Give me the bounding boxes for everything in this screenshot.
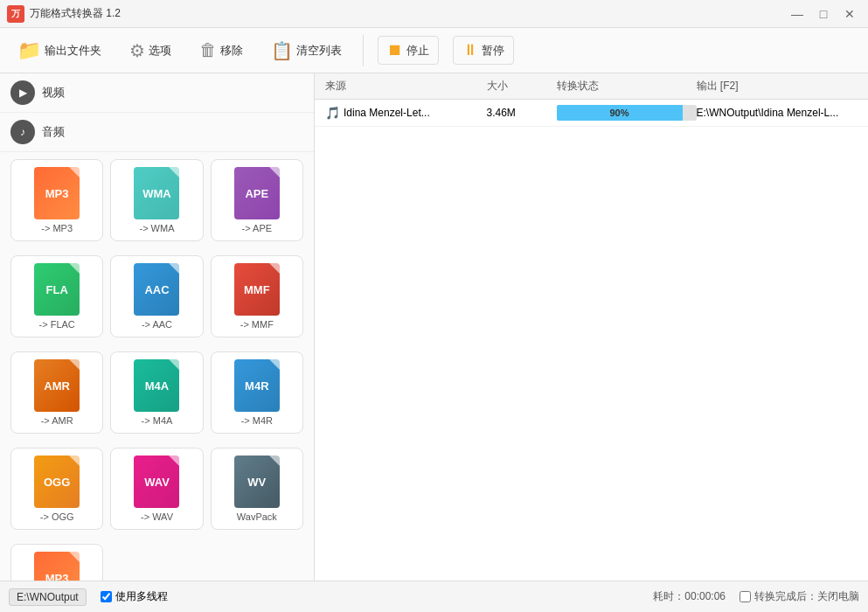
format-mp3[interactable]: MP3 -> MP3 — [10, 159, 103, 241]
mmf-icon: MMF — [234, 263, 280, 316]
file-source-cell: 🎵 Idina Menzel-Let... — [325, 106, 487, 120]
multithread-input[interactable] — [101, 591, 112, 602]
clear-list-button[interactable]: 📋 清空列表 — [264, 37, 349, 65]
maximize-button[interactable]: □ — [812, 4, 835, 24]
col-output: 输出 [F2] — [697, 79, 858, 94]
ape-label: -> APE — [242, 223, 273, 233]
progress-bar-fill: 90% — [557, 105, 683, 121]
options-button[interactable]: ⚙ 选项 — [122, 37, 178, 65]
toolbar-divider — [363, 35, 364, 66]
multithread-checkbox[interactable]: 使用多线程 — [101, 589, 168, 604]
output-folder-label: 输出文件夹 — [45, 43, 101, 59]
format-ape[interactable]: APE -> APE — [211, 159, 303, 241]
format-grid-row4: OGG -> OGG WAV -> WAV WV WavPack — [0, 441, 314, 537]
m4r-label: -> M4R — [241, 415, 273, 426]
pause-icon: ⏸ — [462, 41, 478, 59]
format-m4r[interactable]: M4R -> M4R — [211, 351, 303, 434]
format-aac[interactable]: AAC -> AAC — [110, 255, 203, 337]
mp3-label: -> MP3 — [41, 223, 73, 233]
wma-icon: WMA — [134, 167, 179, 219]
clear-list-label: 清空列表 — [296, 43, 342, 59]
audio-icon: ♪ — [10, 120, 35, 144]
trash-icon: 🗑 — [199, 40, 217, 60]
amr-label: -> AMR — [41, 415, 73, 426]
music-file-icon: 🎵 — [325, 106, 340, 120]
titlebar: 万 万能格式转换器 1.2 — □ ✕ — [0, 0, 868, 28]
sidebar-item-audio[interactable]: ♪ 音频 — [0, 113, 314, 152]
table-row[interactable]: 🎵 Idina Menzel-Let... 3.46M 90% E:\WNOut… — [315, 100, 868, 127]
format-wma[interactable]: WMA -> WMA — [110, 159, 203, 241]
amr-icon: AMR — [34, 359, 80, 412]
format-grid-row1: MP3 -> MP3 WMA -> WMA APE -> APE — [0, 152, 314, 248]
toolbar: 📁 输出文件夹 ⚙ 选项 🗑 移除 📋 清空列表 ⏹ 停止 ⏸ 暂停 — [0, 28, 868, 73]
sidebar: ▶ 视频 ♪ 音频 MP3 -> MP3 WMA -> WMA — [0, 73, 315, 581]
m4a-label: -> M4A — [142, 415, 173, 426]
shutdown-input[interactable] — [740, 591, 751, 602]
content-area: 来源 大小 转换状态 输出 [F2] 🎵 Idina Menzel-Let...… — [315, 73, 868, 581]
wav-icon: WAV — [134, 456, 179, 508]
format-grid-row3: AMR -> AMR M4A -> M4A M4R -> M4R — [0, 344, 314, 441]
video-icon: ▶ — [10, 80, 35, 105]
wavpack-label: WavPack — [237, 511, 277, 522]
format-amr[interactable]: AMR -> AMR — [10, 351, 103, 434]
main-layout: ▶ 视频 ♪ 音频 MP3 -> MP3 WMA -> WMA — [0, 73, 868, 581]
format-ogg[interactable]: OGG -> OGG — [10, 448, 103, 530]
col-source: 来源 — [325, 79, 487, 94]
wav-label: -> WAV — [141, 511, 173, 522]
file-size: 3.46M — [487, 107, 557, 119]
audio-label: 音频 — [42, 124, 65, 140]
flac-icon: FLA — [34, 263, 80, 316]
pause-button[interactable]: ⏸ 暂停 — [453, 36, 514, 65]
remove-button[interactable]: 🗑 移除 — [192, 37, 250, 64]
pause-label: 暂停 — [482, 43, 504, 59]
m4a-icon: M4A — [134, 359, 179, 412]
output-path: E:\WNOutput — [9, 588, 87, 606]
aac-icon: AAC — [134, 263, 179, 316]
format-grid-row2: FLA -> FLAC AAC -> AAC MMF -> MMF — [0, 248, 314, 344]
format-mmf[interactable]: MMF -> MMF — [211, 255, 303, 337]
file-output-path: E:\WNOutput\Idina Menzel-L... — [697, 107, 858, 119]
shutdown-checkbox[interactable]: 转换完成后：关闭电脑 — [740, 589, 859, 604]
format-grid-row5: MP3 -> MP2 — [0, 537, 314, 581]
remove-label: 移除 — [220, 43, 243, 59]
elapsed-time: 耗时：00:00:06 — [653, 589, 726, 604]
file-source-name: Idina Menzel-Let... — [344, 107, 430, 119]
table-header: 来源 大小 转换状态 输出 [F2] — [315, 73, 868, 100]
shutdown-label: 转换完成后：关闭电脑 — [754, 589, 859, 604]
stop-button[interactable]: ⏹ 停止 — [378, 36, 439, 65]
stop-icon: ⏹ — [387, 41, 403, 59]
clear-icon: 📋 — [271, 40, 293, 61]
mp3-icon: MP3 — [34, 167, 80, 219]
options-label: 选项 — [149, 43, 171, 59]
minimize-button[interactable]: — — [786, 4, 809, 24]
wavpack-icon: WV — [234, 456, 280, 508]
col-status: 转换状态 — [557, 79, 697, 94]
mmf-label: -> MMF — [240, 319, 274, 330]
ape-icon: APE — [234, 167, 280, 219]
mp2-icon: MP3 — [34, 552, 80, 581]
ogg-label: -> OGG — [40, 511, 74, 522]
m4r-icon: M4R — [234, 359, 280, 412]
app-icon: 万 — [7, 5, 24, 23]
ogg-icon: OGG — [34, 456, 80, 508]
statusbar: E:\WNOutput 使用多线程 耗时：00:00:06 转换完成后：关闭电脑 — [0, 581, 868, 612]
video-label: 视频 — [42, 85, 65, 101]
gear-icon: ⚙ — [129, 40, 145, 61]
format-mp2[interactable]: MP3 -> MP2 — [10, 544, 103, 581]
format-wavpack[interactable]: WV WavPack — [211, 448, 303, 530]
progress-bar-container: 90% — [557, 105, 697, 121]
close-button[interactable]: ✕ — [838, 4, 861, 24]
multithread-label: 使用多线程 — [115, 589, 168, 604]
aac-label: -> AAC — [142, 319, 172, 330]
format-wav[interactable]: WAV -> WAV — [110, 448, 203, 530]
app-title: 万能格式转换器 1.2 — [30, 6, 786, 21]
flac-label: -> FLAC — [39, 319, 75, 330]
output-folder-button[interactable]: 📁 输出文件夹 — [10, 36, 108, 66]
format-m4a[interactable]: M4A -> M4A — [110, 351, 203, 434]
format-flac[interactable]: FLA -> FLAC — [10, 255, 103, 337]
folder-icon: 📁 — [17, 39, 41, 62]
window-controls: — □ ✕ — [786, 4, 861, 24]
col-size: 大小 — [487, 79, 557, 94]
sidebar-item-video[interactable]: ▶ 视频 — [0, 73, 314, 113]
wma-label: -> WMA — [139, 223, 174, 233]
